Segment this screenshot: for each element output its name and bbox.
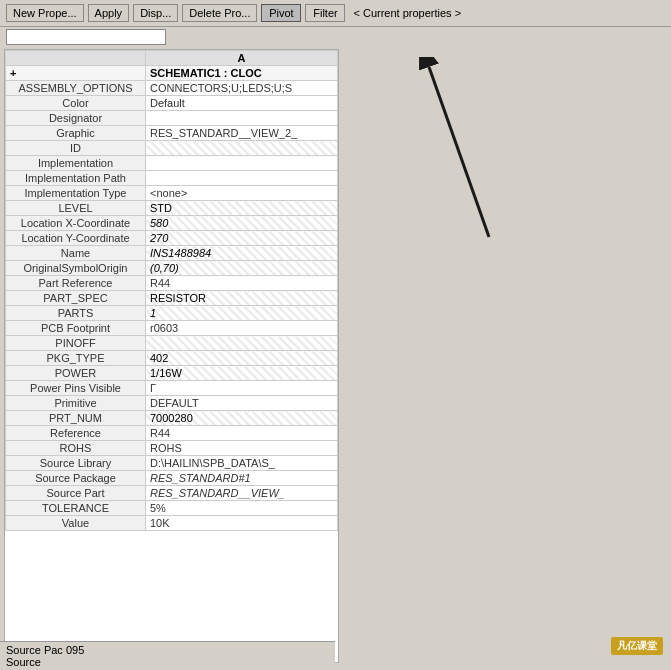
prop-name-cell: Source Library (6, 456, 146, 471)
schema-expand-icon[interactable]: + (6, 66, 146, 81)
prop-name-cell: Color (6, 96, 146, 111)
right-panel: 凡亿课堂 (339, 47, 671, 665)
table-row: Value10K (6, 516, 338, 531)
prop-name-cell: Part Reference (6, 276, 146, 291)
prop-name-cell: PCB Footprint (6, 321, 146, 336)
table-row: Source PartRES_STANDARD__VIEW_ (6, 486, 338, 501)
disp-button[interactable]: Disp... (133, 4, 178, 22)
prop-name-cell: OriginalSymbolOrigin (6, 261, 146, 276)
prop-value-cell[interactable]: 7000280 (146, 411, 338, 426)
prop-value-cell[interactable]: ROHS (146, 441, 338, 456)
col-name-header (6, 51, 146, 66)
prop-value-cell[interactable]: STD (146, 201, 338, 216)
status-bar: Source Pac 095 Source (0, 641, 335, 670)
prop-value-cell[interactable]: D:\HAILIN\SPB_DATA\S_ (146, 456, 338, 471)
prop-value-cell[interactable]: Γ (146, 381, 338, 396)
prop-name-cell: Primitive (6, 396, 146, 411)
new-prop-button[interactable]: New Prope... (6, 4, 84, 22)
prop-value-cell[interactable]: (0,70) (146, 261, 338, 276)
table-row: OriginalSymbolOrigin(0,70) (6, 261, 338, 276)
prop-name-cell: PINOFF (6, 336, 146, 351)
prop-value-cell[interactable]: INS1488984 (146, 246, 338, 261)
prop-value-cell[interactable]: 402 (146, 351, 338, 366)
arrow-graphic (399, 57, 519, 237)
prop-name-cell: Reference (6, 426, 146, 441)
table-row: ReferenceR44 (6, 426, 338, 441)
prop-value-cell[interactable]: RES_STANDARD__VIEW_ (146, 486, 338, 501)
table-row: Location Y-Coordinate270 (6, 231, 338, 246)
prop-name-cell: PRT_NUM (6, 411, 146, 426)
schema-label: SCHEMATIC1 : CLOC (146, 66, 338, 81)
delete-prop-button[interactable]: Delete Pro... (182, 4, 257, 22)
prop-value-cell[interactable]: DEFAULT (146, 396, 338, 411)
table-row: Implementation Type<none> (6, 186, 338, 201)
prop-value-cell[interactable]: <none> (146, 186, 338, 201)
properties-table: A + SCHEMATIC1 : CLOC ASSEMBLY_OPTIONSCO… (5, 50, 338, 531)
table-row: GraphicRES_STANDARD__VIEW_2_ (6, 126, 338, 141)
prop-value-cell[interactable]: 1 (146, 306, 338, 321)
current-properties-label: < Current properties > (353, 7, 461, 19)
prop-name-cell: ROHS (6, 441, 146, 456)
table-row: Location X-Coordinate580 (6, 216, 338, 231)
prop-value-cell[interactable]: Default (146, 96, 338, 111)
prop-name-cell: Location X-Coordinate (6, 216, 146, 231)
status-line1: Source Pac 095 (6, 644, 329, 656)
prop-name-cell: TOLERANCE (6, 501, 146, 516)
table-row: Part ReferenceR44 (6, 276, 338, 291)
prop-name-cell: Value (6, 516, 146, 531)
prop-name-cell: Graphic (6, 126, 146, 141)
prop-value-cell[interactable]: 270 (146, 231, 338, 246)
table-row: LEVELSTD (6, 201, 338, 216)
prop-value-cell[interactable] (146, 156, 338, 171)
search-bar (0, 27, 671, 47)
prop-name-cell: PART_SPEC (6, 291, 146, 306)
prop-value-cell[interactable]: 1/16W (146, 366, 338, 381)
table-row: PKG_TYPE402 (6, 351, 338, 366)
prop-name-cell: ID (6, 141, 146, 156)
table-row: ROHSROHS (6, 441, 338, 456)
prop-name-cell: Name (6, 246, 146, 261)
prop-value-cell[interactable]: RESISTOR (146, 291, 338, 306)
table-row: PCB Footprintr0603 (6, 321, 338, 336)
table-row: PINOFF (6, 336, 338, 351)
status-line2: Source (6, 656, 329, 668)
prop-value-cell[interactable] (146, 141, 338, 156)
prop-value-cell[interactable] (146, 111, 338, 126)
watermark-badge: 凡亿课堂 (611, 637, 663, 655)
prop-name-cell: Implementation Path (6, 171, 146, 186)
prop-value-cell[interactable] (146, 336, 338, 351)
prop-value-cell[interactable]: R44 (146, 276, 338, 291)
prop-name-cell: Location Y-Coordinate (6, 231, 146, 246)
table-row: ColorDefault (6, 96, 338, 111)
toolbar: New Prope... Apply Disp... Delete Pro...… (0, 0, 671, 27)
prop-value-cell[interactable]: CONNECTORS;U;LEDS;U;S (146, 81, 338, 96)
table-row: PARTS1 (6, 306, 338, 321)
search-input[interactable] (6, 29, 166, 45)
table-row: PRT_NUM7000280 (6, 411, 338, 426)
table-row: TOLERANCE5% (6, 501, 338, 516)
prop-value-cell[interactable]: RES_STANDARD__VIEW_2_ (146, 126, 338, 141)
prop-value-cell[interactable]: 5% (146, 501, 338, 516)
pivot-button[interactable]: Pivot (261, 4, 301, 22)
table-row: PrimitiveDEFAULT (6, 396, 338, 411)
prop-value-cell[interactable]: R44 (146, 426, 338, 441)
col-a-header: A (146, 51, 338, 66)
prop-value-cell[interactable]: RES_STANDARD#1 (146, 471, 338, 486)
table-row: POWER1/16W (6, 366, 338, 381)
table-row: Source PackageRES_STANDARD#1 (6, 471, 338, 486)
prop-value-cell[interactable] (146, 171, 338, 186)
apply-button[interactable]: Apply (88, 4, 130, 22)
prop-name-cell: Source Part (6, 486, 146, 501)
prop-name-cell: Source Package (6, 471, 146, 486)
prop-name-cell: POWER (6, 366, 146, 381)
prop-value-cell[interactable]: r0603 (146, 321, 338, 336)
table-row: Designator (6, 111, 338, 126)
properties-table-panel: A + SCHEMATIC1 : CLOC ASSEMBLY_OPTIONSCO… (4, 49, 339, 663)
table-row: Power Pins VisibleΓ (6, 381, 338, 396)
table-row: Implementation Path (6, 171, 338, 186)
prop-value-cell[interactable]: 580 (146, 216, 338, 231)
prop-value-cell[interactable]: 10K (146, 516, 338, 531)
filter-button[interactable]: Filter (305, 4, 345, 22)
svg-line-1 (429, 67, 489, 237)
table-row: ID (6, 141, 338, 156)
